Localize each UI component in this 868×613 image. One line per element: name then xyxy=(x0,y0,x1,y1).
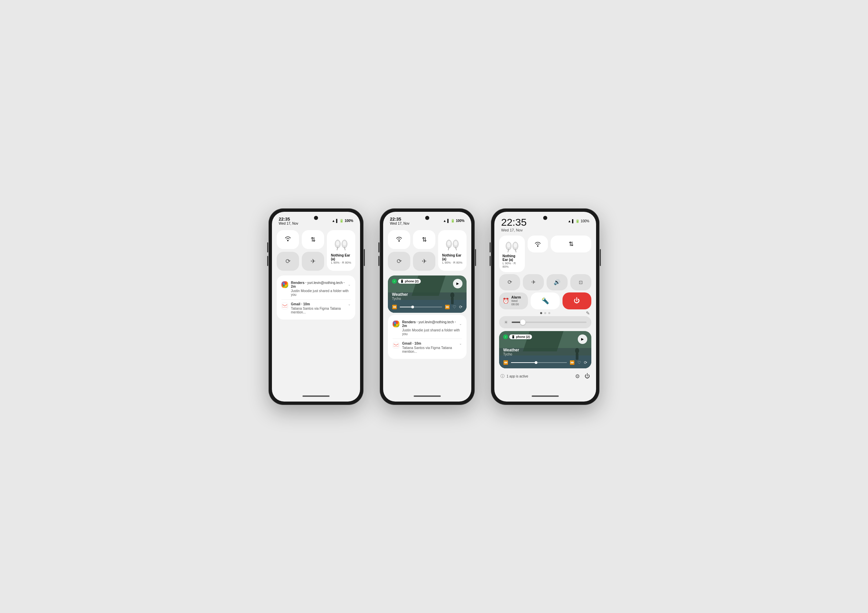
earbuds-tile-2[interactable]: Nothing Ear (a) L 90% · R 80% xyxy=(438,230,467,271)
brightness-track[interactable] xyxy=(512,322,587,323)
wifi-tile[interactable] xyxy=(277,230,299,249)
spotify-icon-2: ♪ xyxy=(392,279,397,283)
phone-1: 22:35 Wed 17, Nov ▲ ▌ 🔋 100% xyxy=(268,208,363,405)
svg-point-25 xyxy=(396,324,398,326)
phone-badge-3: 📱 phone (2) xyxy=(509,334,532,339)
music-controls-3: ⏪ ⏩ ♡ ⟳ xyxy=(503,360,587,365)
rotate-tile[interactable]: ⟳ xyxy=(277,252,299,271)
rotate-icon: ⟳ xyxy=(285,257,291,265)
brightness-bar[interactable]: ☀ xyxy=(499,316,591,328)
alarm-tile[interactable]: ⏰ Alarm Wed 08:00 xyxy=(499,293,528,310)
power-button-2[interactable] xyxy=(475,249,476,266)
power-icon[interactable]: ⏻ xyxy=(584,373,590,379)
renders-time: 2m xyxy=(291,285,296,288)
wifi-status-icon-3: ▲ xyxy=(567,219,571,223)
torch-tile[interactable]: 🔦 xyxy=(531,293,560,310)
vol-up-button-2[interactable] xyxy=(378,242,380,252)
rewind-icon-2[interactable]: ⏪ xyxy=(392,305,397,310)
gmail-app-name-2: Gmail · 10m xyxy=(402,342,421,345)
play-button-2[interactable]: ▶ xyxy=(453,279,462,288)
gmail-header: Gmail · 10m ⌄ xyxy=(291,302,350,306)
home-bar-3[interactable] xyxy=(532,395,559,397)
renders-notification-2[interactable]: Renders · yuri.levin@nothing.tech · 2m ⌄… xyxy=(393,319,462,337)
airplane-tile[interactable]: ✈ xyxy=(302,252,324,271)
earbuds-image xyxy=(331,237,351,251)
heart-icon-2[interactable]: ♡ xyxy=(453,305,456,310)
heart-icon-3[interactable]: ♡ xyxy=(577,360,581,365)
transfer-tile[interactable]: ⇅ xyxy=(302,230,324,249)
status-date-large: Wed 17, Nov xyxy=(501,228,527,232)
renders-icon-2 xyxy=(393,320,400,327)
renders-icon xyxy=(281,281,288,288)
progress-bar-2[interactable] xyxy=(400,306,442,307)
airplane-tile-3[interactable]: ✈ xyxy=(523,274,544,290)
home-bar-2[interactable] xyxy=(414,395,441,397)
gmail-notification-2[interactable]: Gmail · 10m ⌄ Tatiana Santos via Figma T… xyxy=(393,339,462,355)
wifi-tile-3[interactable] xyxy=(528,235,548,252)
wifi-tile-2[interactable] xyxy=(388,230,410,249)
renders-expand-icon-2[interactable]: ⌄ xyxy=(459,322,462,326)
repeat-icon-3[interactable]: ⟳ xyxy=(584,360,587,365)
earbuds-name: Nothing Ear (a) xyxy=(331,254,351,261)
status-bar-3: 22:35 Wed 17, Nov ▲ ▌ 🔋 100% xyxy=(494,212,596,234)
rotate-tile-3[interactable]: ⟳ xyxy=(499,274,520,290)
transfer-icon-2: ⇅ xyxy=(422,236,427,243)
wifi-status-icon: ▲ xyxy=(332,219,335,223)
status-time: 22:35 xyxy=(279,217,298,221)
cast-tile-3[interactable]: ⊡ xyxy=(570,274,591,290)
repeat-icon-2[interactable]: ⟳ xyxy=(459,305,462,310)
vol-down-button[interactable] xyxy=(267,256,268,266)
earbuds-tile-3[interactable]: Nothing Ear (a) L 90% · R 80% xyxy=(499,235,525,272)
phone-1-screen: 22:35 Wed 17, Nov ▲ ▌ 🔋 100% xyxy=(272,212,360,402)
phone-3: 22:35 Wed 17, Nov ▲ ▌ 🔋 100% xyxy=(491,208,600,405)
brightness-thumb[interactable] xyxy=(520,320,525,325)
transfer-tile-2[interactable]: ⇅ xyxy=(413,230,436,249)
forward-icon-3[interactable]: ⏩ xyxy=(570,360,575,365)
status-icons-3: ▲ ▌ 🔋 100% xyxy=(567,219,589,223)
svg-point-4 xyxy=(343,241,346,246)
airplane-tile-2[interactable]: ✈ xyxy=(413,252,436,271)
gmail-notification[interactable]: Gmail · 10m ⌄ Tatiana Santos via Figma T… xyxy=(281,299,350,316)
signal-icon-3: ▌ xyxy=(572,219,574,223)
rotate-tile-2[interactable]: ⟳ xyxy=(388,252,410,271)
gmail-icon-2 xyxy=(393,342,400,349)
progress-bar-3[interactable] xyxy=(511,362,567,363)
home-bar[interactable] xyxy=(302,395,330,397)
rotate-icon-2: ⟳ xyxy=(397,257,402,265)
gmail-expand-icon[interactable]: ⌄ xyxy=(348,302,350,306)
dot-1 xyxy=(540,312,542,314)
music-title-3: Weather xyxy=(503,348,587,352)
vol-down-button-2[interactable] xyxy=(378,256,380,266)
progress-fill-3 xyxy=(511,362,536,363)
vol-up-button[interactable] xyxy=(267,242,268,252)
music-player-2[interactable]: ♪ 📱 phone (2) ▶ Weather Tycho xyxy=(388,276,467,313)
earbuds-tile[interactable]: Nothing Ear (a) L 90% · R 80% xyxy=(327,230,355,271)
red-tile[interactable]: ⏻ xyxy=(563,293,591,310)
music-player-3[interactable]: ♪ 📱 phone (2) ▶ Weather Tycho xyxy=(499,331,591,368)
renders-notification[interactable]: Renders · yuri.levin@nothing.tech · 2m ⌄… xyxy=(281,280,350,298)
rewind-icon-3[interactable]: ⏪ xyxy=(503,360,508,365)
play-button-3[interactable]: ▶ xyxy=(578,334,587,344)
music-source-2: ♪ 📱 phone (2) xyxy=(392,279,421,283)
forward-icon-2[interactable]: ⏩ xyxy=(445,305,450,310)
wifi-icon-2 xyxy=(396,236,403,243)
quick-tiles-row2: ⟳ ✈ 🔊 ⊡ xyxy=(494,274,596,293)
transfer-icon: ⇅ xyxy=(311,236,316,243)
renders-expand-icon[interactable]: ⌄ xyxy=(348,283,350,286)
power-button-3[interactable] xyxy=(600,249,601,266)
front-camera xyxy=(314,216,318,220)
sound-tile-3[interactable]: 🔊 xyxy=(547,274,567,290)
vol-down-button-3[interactable] xyxy=(490,256,491,266)
sound-icon-3: 🔊 xyxy=(554,279,561,285)
music-controls-2: ⏪ ⏩ ♡ ⟳ xyxy=(392,305,462,310)
gmail-expand-icon-2[interactable]: ⌄ xyxy=(459,342,462,345)
spotify-icon-3: ♪ xyxy=(503,334,508,339)
progress-thumb-3 xyxy=(535,361,538,364)
notifications-card-1: Renders · yuri.levin@nothing.tech · 2m ⌄… xyxy=(277,276,355,320)
vol-up-button-3[interactable] xyxy=(490,242,491,252)
gmail-content-2: Gmail · 10m ⌄ Tatiana Santos via Figma T… xyxy=(402,342,462,353)
transfer-tile-3[interactable]: ⇅ xyxy=(551,235,591,252)
power-button[interactable] xyxy=(364,249,365,266)
edit-icon[interactable]: ✎ xyxy=(586,310,590,316)
settings-icon[interactable]: ⚙ xyxy=(575,373,580,379)
